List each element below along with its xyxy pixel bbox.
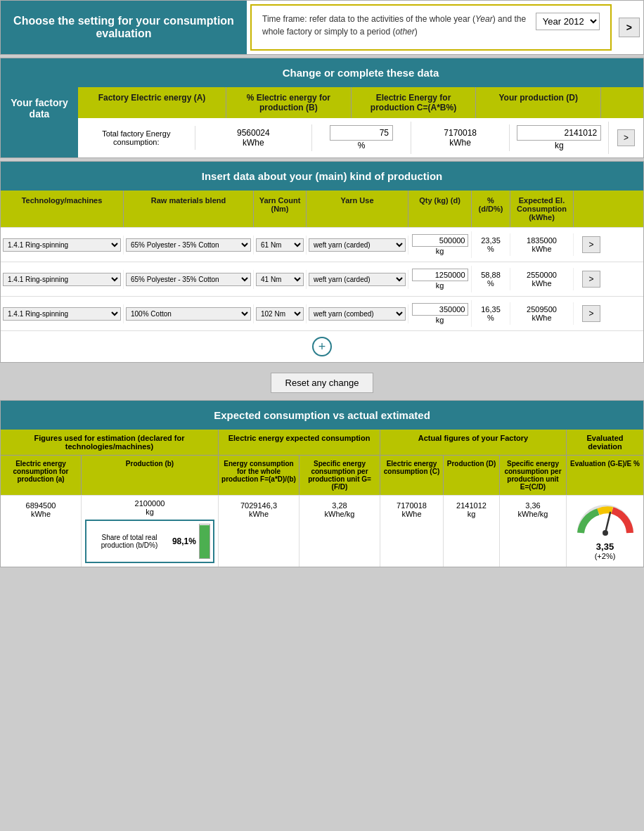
prod-bar bbox=[199, 524, 210, 559]
factory-right: Change or complete these data Factory El… bbox=[78, 58, 643, 157]
factory-value-a: 9560024 bbox=[199, 128, 309, 138]
prod-select-tech-3[interactable]: 1.4.1 Ring-spinning bbox=[3, 307, 121, 321]
prod-col-tech: Technology/machines bbox=[1, 191, 124, 227]
prod-pct-unit-3: % bbox=[474, 314, 508, 322]
prod-action-btn-2[interactable]: > bbox=[582, 271, 600, 288]
expected-header: Expected consumption vs actual extimated bbox=[1, 401, 643, 430]
prod-cell-raw-3: 100% Cotton bbox=[124, 304, 254, 323]
factory-unit-a: kWhe bbox=[199, 138, 309, 148]
prod-select-yarn-1[interactable]: 61 Nm bbox=[256, 238, 304, 252]
exp-unit-d: kg bbox=[446, 510, 496, 518]
prod-cell-use-1: weft yarn (carded) bbox=[307, 236, 408, 255]
exp-col-a-header: Electric energy consumption for producti… bbox=[1, 456, 82, 495]
prod-select-yarn-3[interactable]: 102 Nm bbox=[256, 307, 304, 321]
prod-select-yarn-2[interactable]: 41 Nm bbox=[256, 273, 304, 286]
share-value: 98,1% bbox=[172, 536, 196, 546]
exp-val-a: 6894500 bbox=[4, 501, 78, 510]
year-select[interactable]: Year 2012 Year 2011 Year 2013 bbox=[536, 13, 600, 30]
prod-cell-exp-2: 2550000 kWhe bbox=[510, 268, 574, 290]
prod-action-btn-1[interactable]: > bbox=[582, 236, 600, 253]
prod-exp-unit-2: kWhe bbox=[513, 279, 571, 288]
factory-cell-d: kg bbox=[510, 122, 609, 154]
add-row-button[interactable]: + bbox=[312, 337, 332, 356]
timeframe-text: Time frame: refer data to the activities… bbox=[262, 13, 529, 38]
page-title: Choose the setting for your consumption … bbox=[1, 1, 247, 54]
prod-action-btn-3[interactable]: > bbox=[582, 305, 600, 322]
prod-input-qty-2[interactable] bbox=[412, 269, 468, 281]
exp-cell-d: 2141012 kg bbox=[444, 496, 500, 567]
exp-val-d: 2141012 bbox=[446, 501, 496, 510]
reset-container: Reset any change bbox=[0, 366, 644, 400]
exp-unit-b: kg bbox=[85, 508, 214, 516]
prod-cell-qty-1: kg bbox=[408, 231, 472, 258]
exp-cell-f: 7029146,3 kWhe bbox=[219, 496, 300, 567]
exp-val-c: 7170018 bbox=[383, 501, 440, 510]
svg-line-0 bbox=[605, 513, 610, 533]
prod-row-3: 1.4.1 Ring-spinning 100% Cotton 102 Nm w… bbox=[1, 296, 643, 330]
prod-bar-fill bbox=[200, 525, 210, 558]
exp-col-b-header: Production (b) bbox=[82, 456, 219, 495]
header-nav-button[interactable]: > bbox=[619, 18, 640, 37]
prod-input-qty-1[interactable] bbox=[412, 234, 468, 247]
prod-select-use-1[interactable]: weft yarn (carded) bbox=[309, 238, 406, 252]
prod-cell-pct-1: 23,35 % bbox=[472, 233, 510, 256]
prod-input-qty-3[interactable] bbox=[412, 303, 468, 316]
header-section: Choose the setting for your consumption … bbox=[0, 0, 644, 55]
prod-col-raw: Raw materials blend bbox=[124, 191, 254, 227]
exp-val-g: 3,28 bbox=[302, 501, 377, 510]
exp-cell-g: 3,28 kWhe/kg bbox=[300, 496, 380, 567]
prod-select-raw-2[interactable]: 65% Polyester - 35% Cotton bbox=[126, 273, 251, 286]
prod-select-use-2[interactable]: weft yarn (carded) bbox=[309, 273, 406, 286]
factory-input-b[interactable] bbox=[330, 125, 393, 141]
prod-cell-qty-3: kg bbox=[408, 300, 472, 327]
exp-group-1: Figures used for estimation (declared fo… bbox=[1, 430, 219, 455]
factory-col-c: Electric Energy for production C=(A*B%) bbox=[352, 87, 477, 118]
prod-cell-pct-3: 16,35 % bbox=[472, 302, 510, 325]
prod-cell-tech-1: 1.4.1 Ring-spinning bbox=[1, 236, 124, 255]
factory-cell-a: 9560024 kWhe bbox=[195, 124, 313, 151]
factory-value-c: 7170018 bbox=[415, 128, 506, 138]
exp-unit-g: kWhe/kg bbox=[302, 510, 377, 518]
eval-pct: (+2%) bbox=[569, 552, 640, 560]
prod-cell-tech-2: 1.4.1 Ring-spinning bbox=[1, 270, 124, 289]
exp-group-3: Actual figures of your Factory bbox=[380, 430, 567, 455]
exp-data-row: 6894500 kWhe 2100000 kg Share of total r… bbox=[1, 495, 643, 567]
prod-exp-val-3: 2509500 bbox=[513, 305, 571, 314]
prod-col-act bbox=[574, 191, 609, 227]
prod-pct-val-1: 23,35 bbox=[474, 236, 508, 245]
production-section: Insert data about your (main) kind of pr… bbox=[0, 161, 644, 363]
exp-cell-c: 7170018 kWhe bbox=[380, 496, 444, 567]
exp-unit-e: kWhe/kg bbox=[503, 510, 563, 518]
prod-unit-qty-1: kg bbox=[411, 247, 469, 255]
exp-col-c-header: Electric energy consumption (C) bbox=[380, 456, 444, 495]
factory-header: Change or complete these data bbox=[78, 58, 643, 87]
prod-row-1: 1.4.1 Ring-spinning 65% Polyester - 35% … bbox=[1, 227, 643, 262]
timeframe-box: Time frame: refer data to the activities… bbox=[250, 4, 612, 51]
factory-cell-label: Total factory Energy consumption: bbox=[78, 126, 195, 150]
exp-unit-a: kWhe bbox=[4, 510, 78, 518]
factory-cell-b: % bbox=[312, 122, 411, 154]
production-footer: + bbox=[1, 330, 643, 362]
prod-select-raw-1[interactable]: 65% Polyester - 35% Cotton bbox=[126, 238, 251, 252]
svg-point-1 bbox=[603, 530, 608, 536]
exp-cell-eval: 3,35 (+2%) bbox=[567, 496, 643, 567]
prod-select-tech-1[interactable]: 1.4.1 Ring-spinning bbox=[3, 238, 121, 252]
prod-cell-act-2: > bbox=[574, 268, 609, 290]
prod-select-raw-3[interactable]: 100% Cotton bbox=[126, 307, 251, 321]
prod-unit-qty-3: kg bbox=[411, 316, 469, 324]
eval-value: 3,35 bbox=[569, 541, 640, 552]
factory-row-button[interactable]: > bbox=[617, 129, 635, 146]
reset-button[interactable]: Reset any change bbox=[271, 373, 374, 393]
prod-col-exp: Expected El. Consumption (kWhe) bbox=[510, 191, 574, 227]
prod-pct-unit-2: % bbox=[474, 279, 508, 288]
exp-group-2: Electric energy expected consumption bbox=[219, 430, 380, 455]
factory-input-d[interactable] bbox=[517, 125, 601, 141]
exp-cell-e: 3,36 kWhe/kg bbox=[500, 496, 567, 567]
factory-unit-b: % bbox=[316, 141, 407, 150]
prod-select-tech-2[interactable]: 1.4.1 Ring-spinning bbox=[3, 273, 121, 286]
prod-cell-pct-2: 58,88 % bbox=[472, 268, 510, 290]
prod-select-use-3[interactable]: weft yarn (combed) bbox=[309, 307, 406, 321]
prod-cell-yarn-1: 61 Nm bbox=[254, 236, 307, 255]
production-header: Insert data about your (main) kind of pr… bbox=[1, 162, 643, 191]
exp-val-e: 3,36 bbox=[503, 501, 563, 510]
